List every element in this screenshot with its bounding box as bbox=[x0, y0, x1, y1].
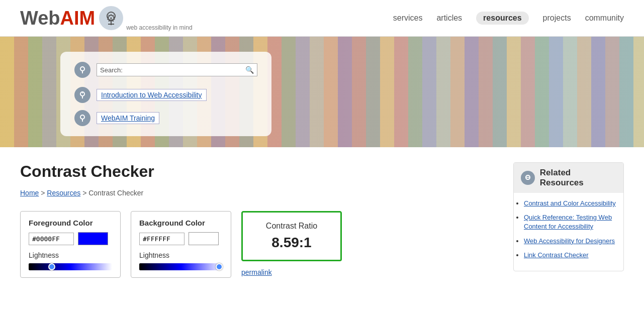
main-content: Contrast Checker Home > Resources > Cont… bbox=[0, 147, 644, 293]
training-link[interactable]: WebAIM Training bbox=[97, 112, 159, 124]
breadcrumb-home[interactable]: Home bbox=[20, 189, 39, 197]
search-input[interactable] bbox=[126, 64, 242, 76]
svg-point-5 bbox=[80, 67, 84, 71]
foreground-color-box: Foreground Color Lightness bbox=[20, 211, 121, 278]
breadcrumb-current: Contrast Checker bbox=[88, 189, 143, 197]
related-link-2[interactable]: Web Accessibility for Designers bbox=[524, 237, 615, 245]
background-slider-thumb[interactable] bbox=[216, 263, 223, 270]
contrast-ratio-section: Contrast Ratio 8.59:1 permalink bbox=[241, 211, 342, 276]
contrast-number: 8.59 bbox=[271, 235, 299, 250]
location-icon bbox=[78, 66, 86, 74]
logo-icon: ⚙ bbox=[98, 5, 124, 31]
background-title: Background Color bbox=[139, 219, 223, 227]
background-slider-track bbox=[139, 263, 223, 270]
right-sidebar: Related Resources Contrast and Color Acc… bbox=[513, 162, 624, 278]
info-circle-icon bbox=[74, 87, 90, 103]
related-link-0[interactable]: Contrast and Color Accessibility bbox=[524, 199, 616, 207]
breadcrumb-resources[interactable]: Resources bbox=[47, 189, 80, 197]
logo-aim: AIM bbox=[60, 8, 96, 29]
contrast-ratio-value: 8.59:1 bbox=[255, 235, 328, 251]
foreground-lightness-label: Lightness bbox=[29, 251, 112, 259]
svg-point-9 bbox=[82, 92, 83, 93]
background-lightness-label: Lightness bbox=[139, 251, 223, 259]
nav-community[interactable]: community bbox=[585, 14, 624, 23]
related-list: Contrast and Color Accessibility Quick R… bbox=[514, 193, 623, 271]
nav-resources[interactable]: resources bbox=[476, 12, 529, 25]
hero-banner: Search: 🔍 Introduction to Web Accessibil… bbox=[0, 37, 644, 147]
foreground-slider-track bbox=[29, 263, 112, 270]
hero-training-row: WebAIM Training bbox=[74, 110, 257, 126]
list-item: Quick Reference: Testing Web Content for… bbox=[524, 213, 616, 231]
contrast-ratio-label: Contrast Ratio bbox=[255, 222, 328, 231]
logo-web: Web bbox=[20, 8, 60, 29]
page-title: Contrast Checker bbox=[20, 162, 498, 181]
logo-area: WebAIM ⚙ web accessibility in mind bbox=[20, 5, 193, 31]
list-item: Contrast and Color Accessibility bbox=[524, 199, 616, 208]
link-icon bbox=[524, 174, 532, 182]
permalink-link[interactable]: permalink bbox=[241, 268, 342, 276]
related-title: Related Resources bbox=[540, 168, 616, 188]
nav-projects[interactable]: projects bbox=[543, 14, 571, 23]
contrast-separator: :1 bbox=[299, 235, 312, 250]
nav-articles[interactable]: articles bbox=[436, 14, 462, 23]
training-circle-icon bbox=[74, 110, 90, 126]
foreground-swatch bbox=[78, 232, 108, 245]
background-input-row bbox=[139, 232, 223, 245]
breadcrumb-sep1: > bbox=[41, 189, 47, 197]
checker-grid: Foreground Color Lightness Background Co… bbox=[20, 211, 498, 278]
training-icon bbox=[78, 114, 86, 122]
related-icon bbox=[521, 171, 535, 185]
list-item: Link Contrast Checker bbox=[524, 251, 616, 260]
foreground-title: Foreground Color bbox=[29, 219, 112, 227]
background-swatch bbox=[189, 232, 219, 245]
search-row: Search: 🔍 bbox=[74, 62, 257, 78]
header: WebAIM ⚙ web accessibility in mind servi… bbox=[0, 0, 644, 37]
list-item: Web Accessibility for Designers bbox=[524, 237, 616, 246]
related-link-1[interactable]: Quick Reference: Testing Web Content for… bbox=[524, 214, 612, 230]
foreground-color-input[interactable] bbox=[29, 233, 74, 245]
search-circle-icon bbox=[74, 62, 90, 78]
info-icon bbox=[78, 91, 86, 99]
foreground-track-fill bbox=[29, 263, 112, 270]
logo-tagline: web accessibility in mind bbox=[126, 24, 192, 31]
search-label: Search: bbox=[97, 64, 126, 76]
main-nav: services articles resources projects com… bbox=[393, 12, 624, 25]
logo-text: WebAIM bbox=[20, 9, 95, 28]
related-link-3[interactable]: Link Contrast Checker bbox=[524, 251, 589, 259]
hero-search-box: Search: 🔍 Introduction to Web Accessibil… bbox=[60, 52, 271, 136]
intro-link[interactable]: Introduction to Web Accessibility bbox=[97, 89, 207, 101]
contrast-ratio-box: Contrast Ratio 8.59:1 bbox=[241, 211, 342, 261]
breadcrumb: Home > Resources > Contrast Checker bbox=[20, 189, 498, 197]
foreground-input-row bbox=[29, 232, 112, 245]
search-input-wrapper: Search: 🔍 bbox=[97, 63, 257, 76]
nav-services[interactable]: services bbox=[393, 14, 423, 23]
left-section: Contrast Checker Home > Resources > Cont… bbox=[20, 162, 498, 278]
background-track-fill bbox=[139, 263, 223, 270]
hero-intro-row: Introduction to Web Accessibility bbox=[74, 87, 257, 103]
foreground-slider-thumb[interactable] bbox=[48, 263, 55, 270]
breadcrumb-sep2: > bbox=[82, 189, 88, 197]
background-color-box: Background Color Lightness bbox=[131, 211, 231, 278]
related-resources-box: Related Resources Contrast and Color Acc… bbox=[513, 162, 624, 271]
background-color-input[interactable] bbox=[139, 233, 185, 245]
related-header: Related Resources bbox=[514, 163, 623, 193]
search-button[interactable]: 🔍 bbox=[242, 64, 257, 76]
svg-point-10 bbox=[80, 115, 84, 119]
